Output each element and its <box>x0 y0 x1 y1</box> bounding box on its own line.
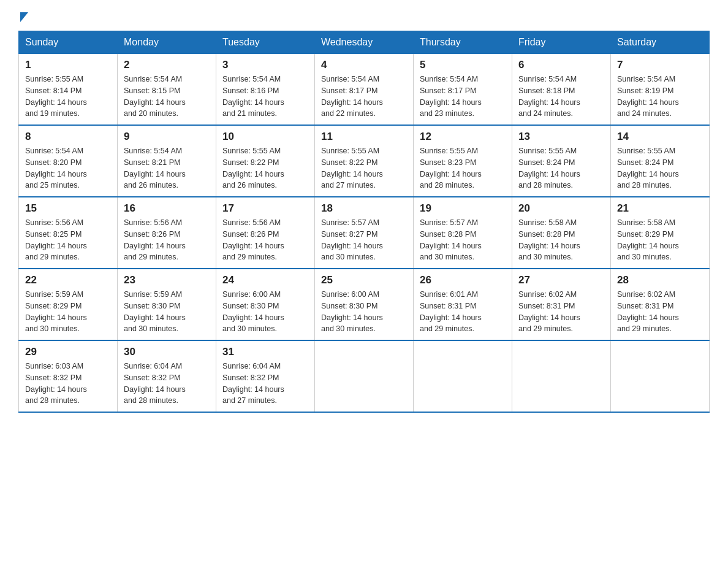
day-info: Sunrise: 5:56 AMSunset: 8:26 PMDaylight:… <box>222 217 308 263</box>
calendar-cell: 24Sunrise: 6:00 AMSunset: 8:30 PMDayligh… <box>216 269 315 340</box>
day-info: Sunrise: 5:54 AMSunset: 8:21 PMDaylight:… <box>124 145 210 191</box>
day-info: Sunrise: 6:04 AMSunset: 8:32 PMDaylight:… <box>222 361 308 407</box>
calendar-cell: 7Sunrise: 5:54 AMSunset: 8:19 PMDaylight… <box>611 53 710 125</box>
logo <box>18 12 28 25</box>
day-number: 6 <box>518 59 604 71</box>
day-info: Sunrise: 5:58 AMSunset: 8:28 PMDaylight:… <box>518 217 604 263</box>
day-info: Sunrise: 5:55 AMSunset: 8:23 PMDaylight:… <box>420 145 506 191</box>
calendar-week-row: 29Sunrise: 6:03 AMSunset: 8:32 PMDayligh… <box>19 340 710 412</box>
day-number: 21 <box>617 202 703 215</box>
day-number: 26 <box>420 274 506 286</box>
day-info: Sunrise: 6:03 AMSunset: 8:32 PMDaylight:… <box>25 361 111 407</box>
calendar-cell: 30Sunrise: 6:04 AMSunset: 8:32 PMDayligh… <box>118 340 216 412</box>
day-number: 4 <box>321 59 407 71</box>
day-number: 13 <box>518 131 604 143</box>
day-info: Sunrise: 5:54 AMSunset: 8:17 PMDaylight:… <box>321 74 407 120</box>
day-number: 5 <box>420 59 506 71</box>
calendar-cell: 19Sunrise: 5:57 AMSunset: 8:28 PMDayligh… <box>414 197 512 269</box>
calendar-table: SundayMondayTuesdayWednesdayThursdayFrid… <box>18 31 710 413</box>
calendar-cell <box>611 340 710 412</box>
day-number: 18 <box>321 202 407 215</box>
calendar-cell <box>315 340 414 412</box>
day-info: Sunrise: 6:04 AMSunset: 8:32 PMDaylight:… <box>124 361 210 407</box>
day-info: Sunrise: 5:56 AMSunset: 8:26 PMDaylight:… <box>124 217 210 263</box>
day-number: 20 <box>518 202 604 215</box>
day-info: Sunrise: 5:54 AMSunset: 8:18 PMDaylight:… <box>518 74 604 120</box>
day-info: Sunrise: 6:02 AMSunset: 8:31 PMDaylight:… <box>617 289 703 335</box>
day-number: 2 <box>124 59 210 71</box>
day-number: 27 <box>518 274 604 286</box>
day-number: 19 <box>420 202 506 215</box>
day-info: Sunrise: 6:00 AMSunset: 8:30 PMDaylight:… <box>321 289 407 335</box>
day-info: Sunrise: 5:54 AMSunset: 8:16 PMDaylight:… <box>222 74 308 120</box>
day-number: 16 <box>124 202 210 215</box>
day-info: Sunrise: 6:00 AMSunset: 8:30 PMDaylight:… <box>222 289 308 335</box>
calendar-cell: 29Sunrise: 6:03 AMSunset: 8:32 PMDayligh… <box>19 340 118 412</box>
calendar-header-row: SundayMondayTuesdayWednesdayThursdayFrid… <box>19 31 710 53</box>
day-info: Sunrise: 5:55 AMSunset: 8:22 PMDaylight:… <box>321 145 407 191</box>
calendar-cell: 3Sunrise: 5:54 AMSunset: 8:16 PMDaylight… <box>216 53 315 125</box>
day-number: 28 <box>617 274 703 286</box>
calendar-cell: 10Sunrise: 5:55 AMSunset: 8:22 PMDayligh… <box>216 125 315 197</box>
calendar-week-row: 15Sunrise: 5:56 AMSunset: 8:25 PMDayligh… <box>19 197 710 269</box>
day-info: Sunrise: 6:02 AMSunset: 8:31 PMDaylight:… <box>518 289 604 335</box>
day-info: Sunrise: 5:54 AMSunset: 8:20 PMDaylight:… <box>25 145 111 191</box>
weekday-header-monday: Monday <box>118 31 216 53</box>
calendar-cell: 21Sunrise: 5:58 AMSunset: 8:29 PMDayligh… <box>611 197 710 269</box>
day-info: Sunrise: 5:55 AMSunset: 8:14 PMDaylight:… <box>25 74 111 120</box>
day-info: Sunrise: 5:55 AMSunset: 8:24 PMDaylight:… <box>617 145 703 191</box>
weekday-header-tuesday: Tuesday <box>216 31 315 53</box>
day-info: Sunrise: 5:57 AMSunset: 8:27 PMDaylight:… <box>321 217 407 263</box>
calendar-cell: 22Sunrise: 5:59 AMSunset: 8:29 PMDayligh… <box>19 269 118 340</box>
day-info: Sunrise: 6:01 AMSunset: 8:31 PMDaylight:… <box>420 289 506 335</box>
day-number: 12 <box>420 131 506 143</box>
weekday-header-wednesday: Wednesday <box>315 31 414 53</box>
weekday-header-thursday: Thursday <box>414 31 512 53</box>
day-number: 3 <box>222 59 308 71</box>
calendar-cell <box>512 340 611 412</box>
calendar-cell: 31Sunrise: 6:04 AMSunset: 8:32 PMDayligh… <box>216 340 315 412</box>
day-number: 9 <box>124 131 210 143</box>
calendar-cell: 12Sunrise: 5:55 AMSunset: 8:23 PMDayligh… <box>414 125 512 197</box>
day-info: Sunrise: 5:58 AMSunset: 8:29 PMDaylight:… <box>617 217 703 263</box>
calendar-cell: 17Sunrise: 5:56 AMSunset: 8:26 PMDayligh… <box>216 197 315 269</box>
calendar-week-row: 1Sunrise: 5:55 AMSunset: 8:14 PMDaylight… <box>19 53 710 125</box>
calendar-week-row: 8Sunrise: 5:54 AMSunset: 8:20 PMDaylight… <box>19 125 710 197</box>
calendar-cell: 4Sunrise: 5:54 AMSunset: 8:17 PMDaylight… <box>315 53 414 125</box>
calendar-week-row: 22Sunrise: 5:59 AMSunset: 8:29 PMDayligh… <box>19 269 710 340</box>
day-info: Sunrise: 5:59 AMSunset: 8:30 PMDaylight:… <box>124 289 210 335</box>
calendar-cell: 8Sunrise: 5:54 AMSunset: 8:20 PMDaylight… <box>19 125 118 197</box>
day-number: 25 <box>321 274 407 286</box>
calendar-cell: 11Sunrise: 5:55 AMSunset: 8:22 PMDayligh… <box>315 125 414 197</box>
day-info: Sunrise: 5:54 AMSunset: 8:15 PMDaylight:… <box>124 74 210 120</box>
weekday-header-friday: Friday <box>512 31 611 53</box>
day-number: 8 <box>25 131 111 143</box>
calendar-cell: 18Sunrise: 5:57 AMSunset: 8:27 PMDayligh… <box>315 197 414 269</box>
calendar-cell: 2Sunrise: 5:54 AMSunset: 8:15 PMDaylight… <box>118 53 216 125</box>
calendar-cell: 25Sunrise: 6:00 AMSunset: 8:30 PMDayligh… <box>315 269 414 340</box>
day-number: 1 <box>25 59 111 71</box>
page-header <box>18 12 710 25</box>
calendar-cell: 26Sunrise: 6:01 AMSunset: 8:31 PMDayligh… <box>414 269 512 340</box>
calendar-cell: 13Sunrise: 5:55 AMSunset: 8:24 PMDayligh… <box>512 125 611 197</box>
day-number: 22 <box>25 274 111 286</box>
calendar-cell <box>414 340 512 412</box>
day-number: 23 <box>124 274 210 286</box>
calendar-cell: 28Sunrise: 6:02 AMSunset: 8:31 PMDayligh… <box>611 269 710 340</box>
calendar-cell: 27Sunrise: 6:02 AMSunset: 8:31 PMDayligh… <box>512 269 611 340</box>
day-number: 17 <box>222 202 308 215</box>
weekday-header-sunday: Sunday <box>19 31 118 53</box>
calendar-cell: 23Sunrise: 5:59 AMSunset: 8:30 PMDayligh… <box>118 269 216 340</box>
day-info: Sunrise: 5:59 AMSunset: 8:29 PMDaylight:… <box>25 289 111 335</box>
day-number: 14 <box>617 131 703 143</box>
calendar-cell: 14Sunrise: 5:55 AMSunset: 8:24 PMDayligh… <box>611 125 710 197</box>
weekday-header-saturday: Saturday <box>611 31 710 53</box>
day-number: 7 <box>617 59 703 71</box>
calendar-cell: 16Sunrise: 5:56 AMSunset: 8:26 PMDayligh… <box>118 197 216 269</box>
day-number: 31 <box>222 346 308 358</box>
calendar-cell: 6Sunrise: 5:54 AMSunset: 8:18 PMDaylight… <box>512 53 611 125</box>
day-info: Sunrise: 5:56 AMSunset: 8:25 PMDaylight:… <box>25 217 111 263</box>
calendar-cell: 15Sunrise: 5:56 AMSunset: 8:25 PMDayligh… <box>19 197 118 269</box>
calendar-cell: 9Sunrise: 5:54 AMSunset: 8:21 PMDaylight… <box>118 125 216 197</box>
day-number: 29 <box>25 346 111 358</box>
